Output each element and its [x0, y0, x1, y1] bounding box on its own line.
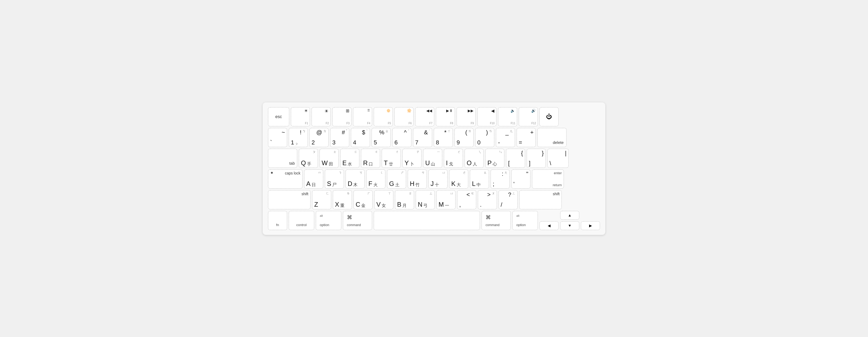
- key-m[interactable]: ㄩ M 一: [436, 190, 456, 209]
- command-right-label: command: [486, 223, 507, 227]
- key-h[interactable]: ㄘ H 竹: [408, 169, 427, 189]
- caps-row: caps lock ㄇ A 日 ㄋ S 尸 ㄎ: [268, 169, 600, 189]
- key-slash[interactable]: ? ㄥ /: [499, 190, 518, 209]
- key-enter[interactable]: enter return: [532, 169, 564, 189]
- key-w[interactable]: ㄊ W 田: [319, 149, 339, 168]
- key-j[interactable]: ㄩ J 十: [428, 169, 447, 189]
- v-phonetic: ㄒ: [388, 192, 391, 195]
- key-f1[interactable]: ☀ F1: [291, 107, 310, 127]
- key-p[interactable]: ㄣ P 心: [485, 149, 504, 168]
- key-power[interactable]: ⏻: [539, 107, 559, 127]
- key-0[interactable]: ) ㄢ 0: [475, 128, 494, 147]
- key-quote[interactable]: " ': [511, 169, 530, 189]
- key-k[interactable]: ㄜ K 大: [449, 169, 468, 189]
- key-2[interactable]: @ ㄉ 2: [309, 128, 329, 147]
- key-i[interactable]: ㄛ I 戈: [444, 149, 463, 168]
- 8-top-cjk: ㄚ: [447, 130, 451, 133]
- key-arrow-up[interactable]: ▲: [560, 211, 579, 220]
- key-semicolon[interactable]: : ㄤ ;: [491, 169, 510, 189]
- f8-icon: ▶⏸: [446, 109, 453, 113]
- key-1[interactable]: ! ㄅ 1 ㄆ: [289, 128, 308, 147]
- i-main: I: [446, 160, 448, 166]
- key-c[interactable]: ㄏ C 金: [353, 190, 373, 209]
- y-cjk: 卜: [410, 162, 414, 166]
- key-command-right[interactable]: ⌘ command: [482, 211, 511, 230]
- key-f11[interactable]: 🔈 F11: [498, 107, 517, 127]
- key-u[interactable]: ㄧ U 山: [423, 149, 442, 168]
- key-b[interactable]: ㄖ B 月: [395, 190, 414, 209]
- key-esc[interactable]: esc: [268, 107, 289, 127]
- key-7[interactable]: & ˙ 7: [413, 128, 432, 147]
- key-period[interactable]: > ㄡ .: [478, 190, 497, 209]
- key-arrow-down[interactable]: ▼: [560, 221, 579, 230]
- key-f6[interactable]: 🔆 F6: [395, 107, 413, 127]
- m-cjk: 一: [445, 203, 449, 208]
- key-x[interactable]: ㄌ X 重: [333, 190, 352, 209]
- key-f9[interactable]: ▶▶ F9: [457, 107, 476, 127]
- key-f12[interactable]: 🔊 F12: [519, 107, 538, 127]
- key-9[interactable]: ( ㄞ 9: [455, 128, 473, 147]
- k-phonetic: ㄜ: [463, 171, 466, 174]
- key-backslash[interactable]: | \: [548, 149, 569, 168]
- key-f5[interactable]: 🔅 F5: [374, 107, 393, 127]
- key-tilde[interactable]: ~ `: [268, 128, 287, 147]
- key-e[interactable]: ㄍ E 水: [340, 149, 360, 168]
- key-3[interactable]: # ˇ 3: [330, 128, 349, 147]
- f7-label: F7: [429, 122, 432, 125]
- key-l[interactable]: ㄠ L 中: [470, 169, 489, 189]
- key-g[interactable]: ㄕ G 土: [387, 169, 406, 189]
- key-f4[interactable]: ⠿ F4: [353, 107, 372, 127]
- key-shift-right[interactable]: shift: [519, 190, 562, 209]
- key-f2[interactable]: ☀ F2: [312, 107, 331, 127]
- key-rbracket[interactable]: } ]: [527, 149, 546, 168]
- key-v[interactable]: ㄒ V 女: [374, 190, 393, 209]
- key-f10[interactable]: ◀ F10: [477, 107, 496, 127]
- key-z[interactable]: ㄈ Z: [312, 190, 331, 209]
- key-y[interactable]: ㄗ Y 卜: [402, 149, 422, 168]
- tab-label: tab: [289, 161, 295, 165]
- key-f8[interactable]: ▶⏸ F8: [436, 107, 455, 127]
- key-space[interactable]: [374, 211, 480, 230]
- key-alt-right[interactable]: alt option: [513, 211, 538, 230]
- key-r[interactable]: ㄐ R 口: [361, 149, 380, 168]
- key-8[interactable]: * ㄚ 8: [434, 128, 453, 147]
- key-equal[interactable]: + =: [517, 128, 536, 147]
- key-a[interactable]: ㄇ A 日: [304, 169, 323, 189]
- key-s[interactable]: ㄋ S 尸: [325, 169, 344, 189]
- z-main: Z: [314, 201, 318, 208]
- key-o[interactable]: ㄟ O 人: [465, 149, 484, 168]
- key-5[interactable]: % ㄓ 5: [372, 128, 391, 147]
- key-f[interactable]: ㄑ F 火: [366, 169, 385, 189]
- key-6[interactable]: ^ ˊ 6: [392, 128, 411, 147]
- key-n[interactable]: ㄙ N 弓: [416, 190, 435, 209]
- caps-dot: [271, 172, 273, 174]
- period-top: >: [487, 192, 491, 198]
- key-control[interactable]: control: [289, 211, 314, 230]
- key-minus[interactable]: _ ㄦ -: [496, 128, 515, 147]
- key-arrow-left[interactable]: ◀: [539, 221, 559, 230]
- o-phonetic: ㄟ: [478, 150, 482, 153]
- delete-label: delete: [553, 140, 564, 145]
- key-4[interactable]: $ ˋ 4: [351, 128, 370, 147]
- key-alt-left[interactable]: alt option: [316, 211, 341, 230]
- key-lbracket[interactable]: { [: [506, 149, 525, 168]
- key-q[interactable]: ㄆ Q 手: [299, 149, 318, 168]
- period-main: .: [480, 202, 482, 208]
- key-command-left[interactable]: ⌘ command: [343, 211, 372, 230]
- key-t[interactable]: ㄔ T 廿: [382, 149, 401, 168]
- e-main: E: [342, 160, 347, 166]
- key-capslock[interactable]: caps lock: [268, 169, 303, 189]
- key-arrow-right[interactable]: ▶: [581, 221, 600, 230]
- key-f7[interactable]: ◀◀ F7: [415, 107, 434, 127]
- key-fn[interactable]: fn: [268, 211, 287, 230]
- key-tab[interactable]: tab: [268, 149, 297, 168]
- key-f3[interactable]: ⊞ F3: [332, 107, 351, 127]
- backslash-main: \: [550, 160, 551, 166]
- key-shift-left[interactable]: shift: [268, 190, 310, 209]
- arrow-right-icon: ▶: [589, 223, 592, 228]
- 5-top-cjk: ㄓ: [385, 130, 389, 133]
- key-d[interactable]: ㄎ D 木: [346, 169, 365, 189]
- key-comma[interactable]: < ㄝ ,: [457, 190, 476, 209]
- capslock-label: caps lock: [285, 171, 301, 176]
- key-delete[interactable]: delete: [537, 128, 566, 147]
